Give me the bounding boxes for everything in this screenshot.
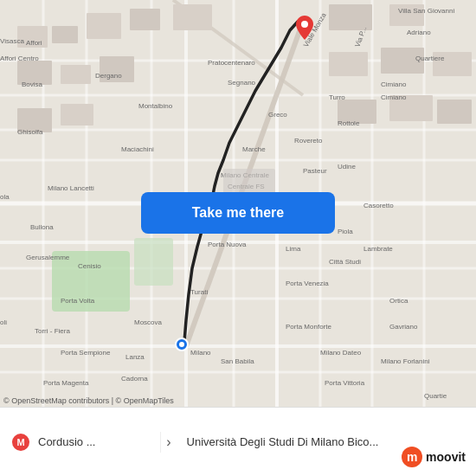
svg-text:Porta Volta: Porta Volta (61, 297, 95, 305)
svg-rect-23 (134, 238, 173, 286)
svg-text:Rovereto: Rovereto (294, 137, 323, 145)
svg-text:Cimiano: Cimiano (381, 93, 407, 101)
origin-label: Cordusio ... (38, 435, 95, 448)
map-attribution: © OpenStreetMap contributors | © OpenMap… (3, 396, 174, 405)
svg-text:Lambrate: Lambrate (363, 245, 393, 253)
svg-point-102 (301, 21, 308, 28)
svg-text:Città Studi: Città Studi (329, 258, 361, 266)
svg-text:M: M (16, 437, 24, 447)
svg-rect-26 (87, 13, 121, 39)
svg-text:ola: ola (0, 193, 10, 201)
map-container: Affori Bovisa Dergano Montalbino Maciach… (0, 0, 476, 407)
svg-text:Affori: Affori (26, 39, 42, 47)
moovit-logo-text: moovit (426, 450, 466, 464)
svg-text:Cadorna: Cadorna (121, 375, 148, 383)
svg-text:Porta Monforte: Porta Monforte (286, 323, 331, 331)
svg-text:Porta Sempione: Porta Sempione (61, 349, 111, 357)
svg-rect-41 (437, 100, 472, 124)
destination-pin (296, 16, 313, 38)
svg-text:Moscova: Moscova (134, 318, 163, 326)
svg-text:Montalbino: Montalbino (138, 102, 173, 110)
destination-label: Università Degli Studi Di Milano Bico... (187, 435, 379, 448)
svg-text:oli: oli (0, 318, 7, 326)
svg-text:Torri - Fiera: Torri - Fiera (35, 327, 70, 335)
svg-text:Milano Lancetti: Milano Lancetti (48, 184, 94, 192)
svg-text:Turro: Turro (329, 93, 345, 101)
svg-text:Milano Forlanini: Milano Forlanini (381, 357, 430, 365)
moovit-logo: m moovit (402, 447, 466, 467)
svg-text:Quartiere: Quartiere (415, 55, 445, 62)
origin-section[interactable]: M Cordusio ... (0, 432, 161, 453)
svg-text:Greco: Greco (268, 111, 287, 119)
svg-text:Casoretto: Casoretto (363, 202, 394, 209)
svg-text:Lanza: Lanza (125, 353, 145, 361)
svg-text:Bovisa: Bovisa (22, 80, 43, 88)
metro-icon: M (10, 432, 31, 453)
svg-rect-34 (329, 52, 368, 76)
svg-rect-28 (173, 4, 212, 30)
svg-text:Marche: Marche (242, 145, 266, 153)
svg-text:Pasteur: Pasteur (303, 167, 327, 175)
svg-text:Porta Venezia: Porta Venezia (286, 280, 329, 287)
svg-text:Porta Vittoria: Porta Vittoria (325, 379, 365, 387)
svg-text:Milano: Milano (190, 349, 211, 357)
svg-text:Gerusalemme: Gerusalemme (26, 254, 70, 261)
arrow-icon: › (166, 434, 170, 450)
svg-text:Porta Magenta: Porta Magenta (43, 379, 89, 387)
svg-text:Lima: Lima (286, 245, 301, 253)
bottom-bar: M Cordusio ... › Università Degli Studi … (0, 407, 476, 476)
svg-text:Villa San Giovanni: Villa San Giovanni (398, 7, 454, 15)
svg-text:San Babila: San Babila (221, 357, 254, 365)
svg-text:Gavriano: Gavriano (389, 323, 418, 331)
svg-text:Piola: Piola (338, 228, 353, 235)
svg-text:Dergano: Dergano (95, 72, 122, 80)
svg-text:Porta Nuova: Porta Nuova (208, 241, 247, 248)
take-me-there-button[interactable]: Take me there (141, 192, 335, 234)
svg-rect-27 (130, 9, 160, 30)
svg-text:Quartie: Quartie (424, 392, 447, 400)
svg-text:Turati: Turati (190, 288, 208, 296)
svg-rect-38 (61, 104, 93, 125)
svg-text:Bullona: Bullona (30, 223, 54, 231)
svg-rect-101 (223, 169, 275, 195)
svg-text:Visasca: Visasca (0, 37, 24, 45)
svg-text:Segnano: Segnano (228, 79, 256, 87)
svg-point-104 (179, 342, 184, 347)
svg-text:Affori Centro: Affori Centro (0, 55, 39, 62)
svg-text:Pratocentenaro: Pratocentenaro (208, 59, 255, 67)
svg-text:Milano Dateo: Milano Dateo (320, 349, 362, 357)
svg-text:Cimiano: Cimiano (381, 80, 407, 88)
svg-text:Adriano: Adriano (407, 29, 431, 36)
origin-pin (175, 338, 189, 351)
svg-text:Maciachini: Maciachini (121, 145, 154, 153)
svg-text:Cenisio: Cenisio (78, 262, 101, 270)
svg-text:Ortica: Ortica (389, 297, 408, 305)
svg-text:Ghisolfa: Ghisolfa (17, 128, 43, 136)
svg-rect-25 (52, 26, 78, 43)
svg-rect-29 (329, 4, 372, 30)
svg-text:Rottole: Rottole (338, 119, 360, 127)
svg-rect-32 (61, 65, 91, 84)
moovit-m-icon: m (402, 447, 422, 467)
svg-text:Udine: Udine (338, 163, 356, 170)
